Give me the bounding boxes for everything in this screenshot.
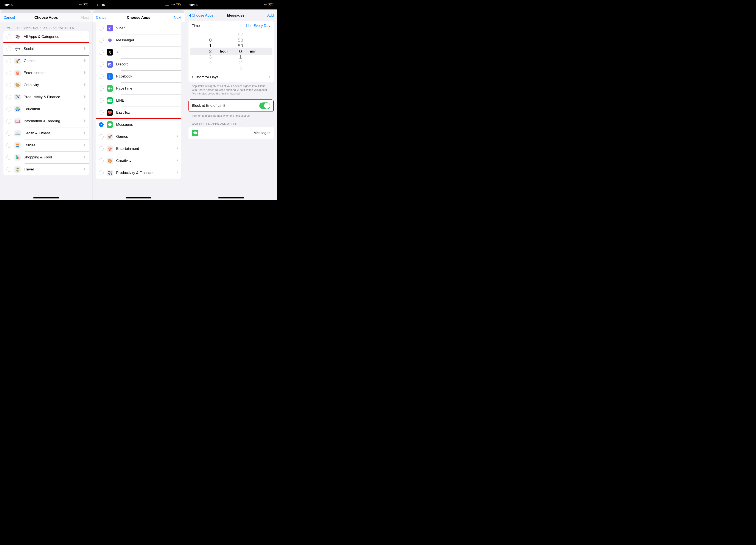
section-header: MOST USED APPS, CATEGORIES, AND WEBSITES bbox=[0, 22, 92, 31]
block-switch[interactable] bbox=[259, 103, 270, 109]
row-label: Entertainment bbox=[116, 147, 176, 151]
cellular-dots-icon: .... bbox=[73, 4, 77, 6]
page-title: Choose Apps bbox=[34, 16, 58, 20]
row-health[interactable]: 🚲 Health & Fitness bbox=[3, 127, 89, 139]
travel-icon: 🏝️ bbox=[14, 166, 21, 173]
row-label: Shopping & Food bbox=[24, 155, 84, 160]
radio-icon[interactable] bbox=[99, 159, 104, 163]
home-indicator[interactable] bbox=[126, 198, 151, 199]
radio-icon[interactable] bbox=[99, 26, 104, 31]
row-games[interactable]: 🚀 Games bbox=[3, 55, 89, 67]
radio-icon[interactable] bbox=[6, 47, 11, 51]
radio-icon[interactable] bbox=[6, 131, 11, 136]
radio-icon[interactable] bbox=[6, 155, 11, 160]
row-discord[interactable]: Discord bbox=[96, 58, 181, 70]
chevron-right-icon bbox=[84, 59, 86, 63]
row-all-apps[interactable]: 📚 All Apps & Categories bbox=[3, 31, 89, 43]
row-travel[interactable]: 🏝️ Travel bbox=[3, 163, 89, 176]
row-entertainment[interactable]: 🍿 Entertainment bbox=[3, 67, 89, 79]
next-button[interactable]: Next bbox=[73, 16, 89, 20]
row-shopping[interactable]: 🛍️ Shopping & Food bbox=[3, 151, 89, 163]
block-limit-group: Block at End of Limit bbox=[188, 100, 274, 112]
row-viber[interactable]: ✆ Viber bbox=[96, 22, 181, 34]
radio-icon[interactable] bbox=[99, 62, 104, 67]
chevron-right-icon bbox=[84, 83, 86, 87]
time-picker[interactable]: 0 1 2 3 4 hour 57 58 59 0 1 2 3 min bbox=[188, 31, 274, 72]
chevron-right-icon bbox=[177, 171, 178, 175]
radio-icon[interactable] bbox=[6, 83, 11, 87]
row-games[interactable]: 🚀 Games bbox=[96, 131, 181, 143]
wifi-icon bbox=[79, 3, 82, 7]
chevron-right-icon bbox=[84, 131, 86, 135]
row-utilities[interactable]: 🧮 Utilities bbox=[3, 139, 89, 151]
row-label: Messages bbox=[116, 123, 178, 127]
radio-icon[interactable] bbox=[99, 171, 104, 175]
row-easytox[interactable]: ❤️ EasyTox bbox=[96, 107, 181, 119]
block-at-end-row[interactable]: Block at End of Limit bbox=[188, 100, 274, 112]
radio-icon[interactable] bbox=[99, 74, 104, 79]
radio-icon[interactable] bbox=[99, 98, 104, 103]
clock: 10:16 bbox=[189, 3, 198, 7]
add-button[interactable]: Add bbox=[258, 13, 274, 18]
radio-icon[interactable] bbox=[6, 71, 11, 75]
row-x[interactable]: 𝕏 X bbox=[96, 46, 181, 58]
row-social[interactable]: 💬 Social bbox=[3, 43, 89, 55]
radio-icon[interactable] bbox=[99, 38, 104, 43]
cellular-dots-icon: .... bbox=[258, 4, 262, 6]
row-line[interactable]: LINE LINE bbox=[96, 95, 181, 107]
next-button[interactable]: Next bbox=[166, 16, 181, 20]
row-messenger[interactable]: Messenger bbox=[96, 34, 181, 46]
radio-checked-icon[interactable] bbox=[99, 122, 104, 127]
row-entertainment[interactable]: 🍿 Entertainment bbox=[96, 143, 181, 155]
radio-icon[interactable] bbox=[6, 143, 11, 148]
radio-icon[interactable] bbox=[6, 119, 11, 124]
row-label: FaceTime bbox=[116, 86, 178, 91]
row-productivity[interactable]: ✈️ Productivity & Finance bbox=[3, 91, 89, 103]
home-indicator[interactable] bbox=[33, 198, 59, 199]
row-label: All Apps & Categories bbox=[24, 35, 86, 39]
easytox-icon: ❤️ bbox=[107, 109, 113, 116]
radio-icon[interactable] bbox=[6, 167, 11, 172]
radio-icon[interactable] bbox=[99, 134, 104, 139]
home-indicator[interactable] bbox=[218, 198, 244, 199]
games-icon: 🚀 bbox=[107, 134, 113, 140]
radio-icon[interactable] bbox=[6, 59, 11, 63]
row-facebook[interactable]: f Facebook bbox=[96, 70, 181, 82]
facebook-icon: f bbox=[107, 73, 113, 80]
wifi-icon bbox=[264, 3, 267, 7]
cancel-button[interactable]: Cancel bbox=[96, 16, 111, 20]
radio-icon[interactable] bbox=[99, 146, 104, 151]
creativity-icon: 🎨 bbox=[14, 82, 21, 88]
customize-days-row[interactable]: Customize Days bbox=[188, 72, 274, 82]
radio-icon[interactable] bbox=[6, 34, 11, 39]
status-bar: 10:16 .... 6⚡ bbox=[185, 0, 277, 9]
row-education[interactable]: 🌍 Education bbox=[3, 103, 89, 115]
radio-icon[interactable] bbox=[6, 107, 11, 112]
radio-icon[interactable] bbox=[6, 95, 11, 100]
radio-icon[interactable] bbox=[99, 86, 104, 91]
sheet-grabber bbox=[93, 10, 184, 13]
status-icons: .... 6⚡ bbox=[165, 3, 180, 6]
row-facetime[interactable]: FaceTime bbox=[96, 82, 181, 95]
row-creativity[interactable]: 🎨 Creativity bbox=[3, 79, 89, 91]
back-button[interactable]: Choose Apps bbox=[188, 13, 213, 18]
chevron-right-icon bbox=[177, 135, 178, 139]
radio-icon[interactable] bbox=[99, 50, 104, 55]
minute-picker[interactable]: 57 58 59 0 1 2 3 bbox=[232, 32, 249, 71]
row-creativity[interactable]: 🎨 Creativity bbox=[96, 155, 181, 167]
block-label: Block at End of Limit bbox=[192, 104, 225, 108]
nav-bar: Cancel Choose Apps Next bbox=[0, 13, 92, 22]
row-label: Health & Fitness bbox=[24, 131, 84, 135]
row-productivity[interactable]: ✈️ Productivity & Finance bbox=[96, 167, 181, 179]
app-messages-row[interactable]: Messages bbox=[188, 127, 274, 139]
row-label: Facebook bbox=[116, 74, 178, 79]
time-row[interactable]: Time 1 hr, Every Day bbox=[188, 21, 274, 31]
radio-icon[interactable] bbox=[99, 110, 104, 115]
hour-picker[interactable]: 0 1 2 3 4 bbox=[202, 37, 219, 65]
page-title: Messages bbox=[227, 13, 244, 18]
row-information[interactable]: 📖 Information & Reading bbox=[3, 115, 89, 127]
row-messages[interactable]: Messages bbox=[96, 119, 181, 131]
chevron-right-icon bbox=[84, 107, 86, 111]
cancel-button[interactable]: Cancel bbox=[3, 16, 19, 20]
sheet-grabber bbox=[1, 10, 91, 13]
